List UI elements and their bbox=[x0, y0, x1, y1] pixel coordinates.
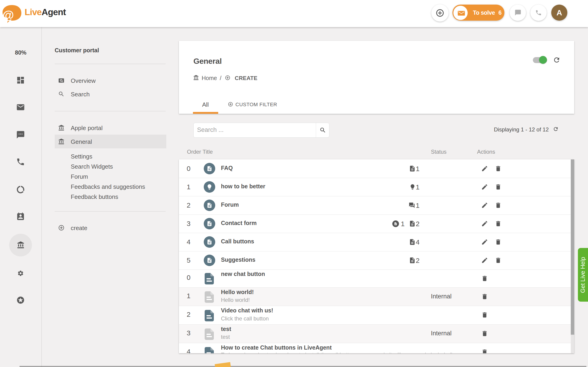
svg-text:@: @ bbox=[2, 8, 14, 22]
